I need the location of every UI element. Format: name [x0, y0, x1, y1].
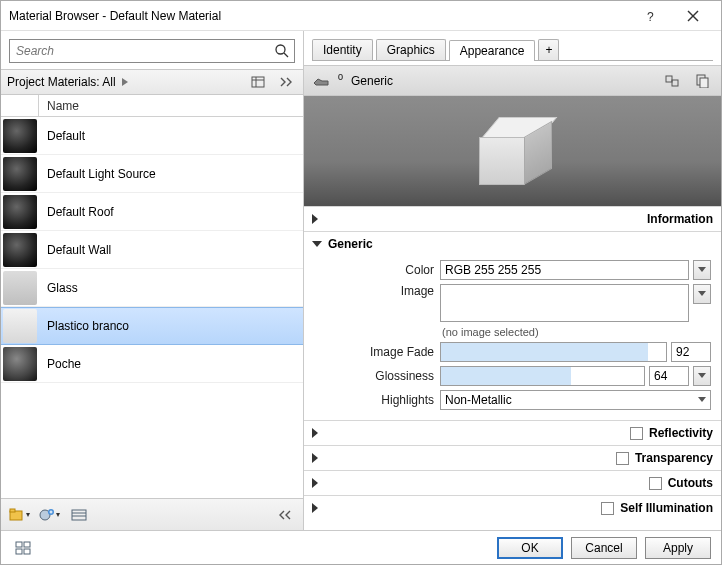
highlights-label: Highlights	[314, 393, 434, 407]
material-row[interactable]: Default Wall	[1, 231, 303, 269]
search-box[interactable]	[9, 39, 295, 63]
expand-panel-button[interactable]	[275, 72, 297, 92]
material-row[interactable]: Poche	[1, 345, 303, 383]
svg-rect-19	[672, 80, 678, 86]
cutouts-checkbox[interactable]	[649, 477, 662, 490]
material-thumbnail	[3, 195, 37, 229]
material-row[interactable]: Default	[1, 117, 303, 155]
expand-icon	[312, 453, 610, 463]
apply-button[interactable]: Apply	[645, 537, 711, 559]
material-preview	[304, 96, 721, 206]
duplicate-asset-button[interactable]	[691, 71, 713, 91]
section-self-illumination[interactable]: Self Illumination	[304, 496, 721, 520]
expand-icon	[312, 503, 595, 513]
section-transparency[interactable]: Transparency	[304, 446, 721, 470]
asset-type-label: Generic	[351, 74, 653, 88]
preview-cube	[479, 117, 547, 185]
image-field[interactable]	[440, 284, 689, 322]
chevron-right-icon	[120, 77, 130, 87]
dialog-footer: OK Cancel Apply	[1, 530, 721, 564]
tab-appearance[interactable]: Appearance	[449, 40, 536, 61]
replace-asset-button[interactable]	[661, 71, 683, 91]
collapse-panel-button[interactable]	[273, 504, 297, 526]
material-row[interactable]: Default Light Source	[1, 155, 303, 193]
list-header: Name	[1, 95, 303, 117]
material-name: Default	[39, 129, 303, 143]
collapse-icon	[312, 241, 322, 247]
color-field[interactable]: RGB 255 255 255	[440, 260, 689, 280]
svg-text:?: ?	[647, 10, 654, 23]
tab-graphics[interactable]: Graphics	[376, 39, 446, 60]
asset-browser-button[interactable]	[11, 537, 35, 559]
svg-marker-22	[698, 267, 706, 272]
project-materials-filter[interactable]: Project Materials: All	[7, 75, 241, 89]
glossiness-label: Glossiness	[314, 369, 434, 383]
image-dropdown-button[interactable]	[693, 284, 711, 304]
material-name: Default Roof	[39, 205, 303, 219]
svg-rect-10	[10, 509, 15, 512]
cancel-button[interactable]: Cancel	[571, 537, 637, 559]
chevron-down-icon	[698, 397, 706, 402]
image-fade-label: Image Fade	[314, 345, 434, 359]
tab-row: IdentityGraphicsAppearance+	[312, 39, 713, 60]
name-column-header[interactable]: Name	[39, 99, 303, 113]
list-view-button[interactable]	[67, 504, 91, 526]
svg-rect-28	[24, 549, 30, 554]
tab-identity[interactable]: Identity	[312, 39, 373, 60]
material-thumbnail	[3, 271, 37, 305]
svg-rect-18	[666, 76, 672, 82]
left-panel: Project Materials: All Name DefaultDefau…	[1, 31, 304, 530]
material-thumbnail	[3, 157, 37, 191]
asset-count-badge: 0	[338, 76, 343, 86]
material-name: Poche	[39, 357, 303, 371]
expand-icon	[312, 214, 641, 224]
svg-marker-5	[122, 78, 128, 86]
material-thumbnail	[3, 309, 37, 343]
reflectivity-checkbox[interactable]	[630, 427, 643, 440]
add-tab-button[interactable]: +	[538, 39, 559, 60]
material-row[interactable]: Glass	[1, 269, 303, 307]
svg-rect-6	[252, 77, 264, 87]
glossiness-value[interactable]: 64	[649, 366, 689, 386]
material-name: Glass	[39, 281, 303, 295]
view-type-button[interactable]	[247, 72, 269, 92]
section-reflectivity[interactable]: Reflectivity	[304, 421, 721, 445]
color-label: Color	[314, 263, 434, 277]
glossiness-dropdown-button[interactable]	[693, 366, 711, 386]
svg-point-3	[276, 45, 285, 54]
section-information[interactable]: Information	[304, 207, 721, 231]
section-cutouts[interactable]: Cutouts	[304, 471, 721, 495]
color-dropdown-button[interactable]	[693, 260, 711, 280]
material-list[interactable]: DefaultDefault Light SourceDefault RoofD…	[1, 117, 303, 498]
material-thumbnail	[3, 119, 37, 153]
search-icon	[274, 43, 290, 59]
transparency-checkbox[interactable]	[616, 452, 629, 465]
material-row[interactable]: Plastico branco	[1, 307, 303, 345]
self-illumination-checkbox[interactable]	[601, 502, 614, 515]
svg-marker-23	[698, 291, 706, 296]
help-button[interactable]: ?	[633, 2, 673, 30]
open-library-button[interactable]: ▾	[7, 504, 31, 526]
svg-line-4	[284, 53, 288, 57]
expand-icon	[312, 428, 624, 438]
section-generic[interactable]: Generic	[304, 232, 721, 256]
asset-type-bar: 0 Generic	[304, 66, 721, 96]
material-name: Plastico branco	[39, 319, 303, 333]
glossiness-slider[interactable]	[440, 366, 645, 386]
right-panel: IdentityGraphicsAppearance+ 0 Generic	[304, 31, 721, 530]
image-fade-value[interactable]: 92	[671, 342, 711, 362]
material-browser-window: Material Browser - Default New Material …	[0, 0, 722, 565]
properties-panel[interactable]: Information Generic Color RGB 255 255 25…	[304, 206, 721, 530]
svg-rect-21	[700, 78, 708, 88]
image-fade-slider[interactable]	[440, 342, 667, 362]
search-input[interactable]	[10, 40, 294, 62]
material-row[interactable]: Default Roof	[1, 193, 303, 231]
material-thumbnail	[3, 347, 37, 381]
svg-rect-25	[16, 542, 22, 547]
highlights-select[interactable]: Non-Metallic	[440, 390, 711, 410]
svg-rect-15	[72, 510, 86, 520]
create-material-button[interactable]: ▾	[37, 504, 61, 526]
material-name: Default Wall	[39, 243, 303, 257]
close-button[interactable]	[673, 2, 713, 30]
ok-button[interactable]: OK	[497, 537, 563, 559]
